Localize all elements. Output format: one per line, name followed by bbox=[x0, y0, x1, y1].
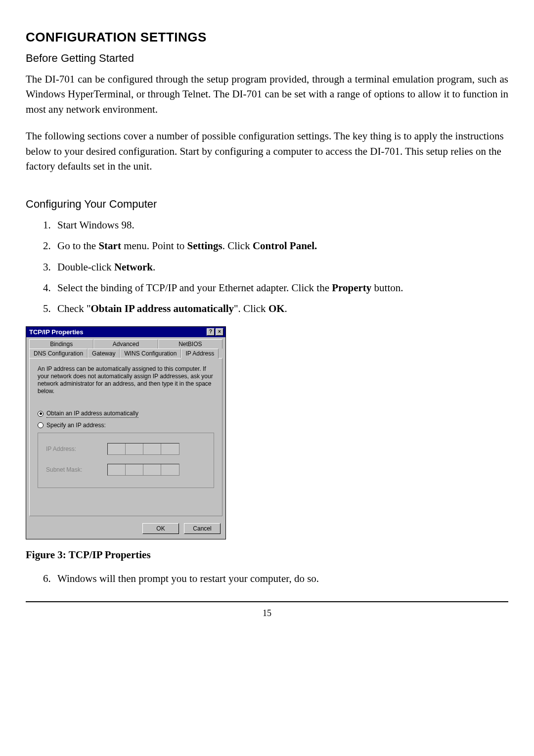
tab-netbios[interactable]: NetBIOS bbox=[158, 339, 222, 349]
radio-icon bbox=[38, 422, 44, 428]
steps-list: Start Windows 98. Go to the Start menu. … bbox=[26, 218, 508, 316]
label-subnet-mask: Subnet Mask: bbox=[46, 466, 95, 473]
steps-list-continued: Windows will then prompt you to restart … bbox=[26, 571, 508, 586]
radio-obtain-auto-label: Obtain an IP address automatically bbox=[46, 410, 138, 418]
radio-icon bbox=[38, 411, 44, 417]
radio-specify-label: Specify an IP address: bbox=[46, 422, 106, 429]
page-rule bbox=[26, 601, 508, 602]
ip-address-input[interactable] bbox=[107, 443, 179, 455]
ok-button[interactable]: OK bbox=[142, 523, 179, 534]
ip-fieldset: IP Address: Subnet Mask: bbox=[38, 433, 214, 488]
dialog-title: TCP/IP Properties bbox=[29, 328, 84, 336]
step-1: Start Windows 98. bbox=[53, 218, 508, 232]
intro-paragraph-2: The following sections cover a number of… bbox=[26, 129, 508, 174]
tab-ip-address[interactable]: IP Address bbox=[181, 349, 219, 358]
tab-wins[interactable]: WINS Configuration bbox=[120, 349, 181, 358]
page-title: CONFIGURATION SETTINGS bbox=[26, 30, 508, 45]
step-6: Windows will then prompt you to restart … bbox=[53, 571, 508, 586]
close-icon[interactable]: × bbox=[216, 328, 223, 336]
tab-bindings[interactable]: Bindings bbox=[29, 339, 93, 349]
tab-panel-ip: An IP address can be automatically assig… bbox=[29, 358, 222, 516]
step-2: Go to the Start menu. Point to Settings.… bbox=[53, 238, 508, 253]
intro-paragraph-1: The DI-701 can be configured through the… bbox=[26, 72, 508, 117]
step-4: Select the binding of TCP/IP and your Et… bbox=[53, 280, 508, 295]
dialog-titlebar[interactable]: TCP/IP Properties ? × bbox=[26, 327, 225, 337]
page-number: 15 bbox=[26, 608, 508, 619]
section-heading-configuring: Configuring Your Computer bbox=[26, 198, 508, 211]
subnet-mask-input[interactable] bbox=[107, 464, 179, 476]
step-3: Double-click Network. bbox=[53, 260, 508, 274]
help-icon[interactable]: ? bbox=[207, 328, 215, 336]
ip-description: An IP address can be automatically assig… bbox=[38, 365, 214, 395]
tabs-front-row: DNS Configuration Gateway WINS Configura… bbox=[26, 349, 225, 358]
label-ip-address: IP Address: bbox=[46, 445, 95, 452]
tab-advanced[interactable]: Advanced bbox=[93, 339, 158, 349]
radio-specify[interactable]: Specify an IP address: bbox=[38, 422, 214, 429]
tcpip-dialog: TCP/IP Properties ? × Bindings Advanced … bbox=[26, 326, 226, 539]
step-5: Check "Obtain IP address automatically".… bbox=[53, 301, 508, 316]
section-heading-before: Before Getting Started bbox=[26, 52, 508, 65]
cancel-button[interactable]: Cancel bbox=[184, 523, 221, 534]
radio-obtain-auto[interactable]: Obtain an IP address automatically bbox=[38, 410, 214, 418]
figure-caption: Figure 3: TCP/IP Properties bbox=[26, 547, 508, 562]
tab-dns[interactable]: DNS Configuration bbox=[29, 349, 88, 358]
tab-gateway[interactable]: Gateway bbox=[88, 349, 120, 358]
tabs-back-row: Bindings Advanced NetBIOS bbox=[26, 337, 225, 349]
